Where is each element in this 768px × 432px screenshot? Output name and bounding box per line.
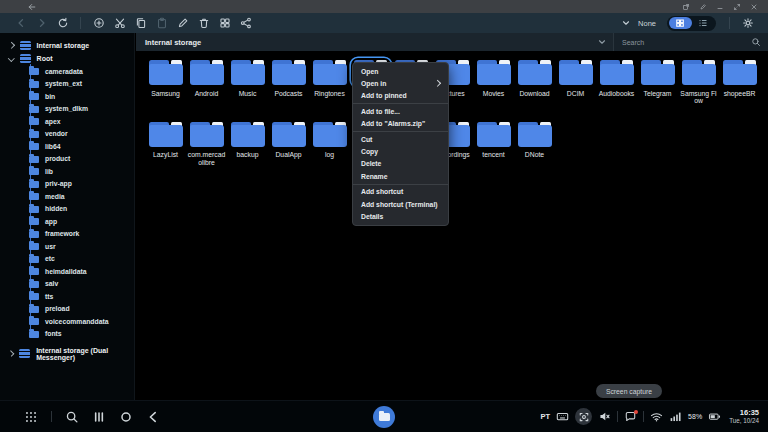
nav-forward-icon[interactable] [36,17,48,29]
my-files-app-icon[interactable] [373,406,395,428]
folder-tile[interactable]: DCIM [555,58,596,105]
sidebar-folder-item[interactable]: priv-app [0,178,134,191]
sidebar-folder-item[interactable]: etc [0,253,134,266]
sidebar-folder-item[interactable]: lib64 [0,140,134,153]
folder-tile[interactable]: log [309,120,350,167]
folder-tile[interactable]: DualApp [268,120,309,167]
sidebar-folder-item[interactable]: apex [0,115,134,128]
folder-tile[interactable]: Samsung [145,58,186,105]
sidebar-item[interactable]: Root [0,52,134,65]
back-icon[interactable] [146,410,160,424]
pen-window-icon[interactable] [699,3,707,11]
context-menu-item[interactable]: Copy [353,145,448,157]
sidebar-folder-item[interactable]: preload [0,303,134,316]
view-list-button[interactable] [692,17,715,29]
folder-tile[interactable]: LazyList [145,120,186,167]
refresh-icon[interactable] [57,17,69,29]
search-icon[interactable] [65,410,79,424]
path-chevron-icon[interactable] [597,37,607,47]
notifications-button[interactable] [624,410,637,423]
maximize-icon[interactable] [733,3,741,11]
folder-tile[interactable]: Samsung Flow [678,58,719,105]
folder-tile[interactable]: Telegram [637,58,678,105]
sidebar-item[interactable]: Internal storage [0,39,134,52]
sidebar-folder-item[interactable]: vendor [0,128,134,141]
screen-capture-button[interactable] [575,408,592,425]
sidebar-item[interactable]: Internal storage (Dual Messenger) [0,347,134,360]
keyboard-icon[interactable] [556,410,569,423]
share-icon[interactable] [240,17,252,29]
search-icon[interactable] [751,37,761,47]
sidebar-folder-item[interactable]: system_ext [0,78,134,91]
sidebar-folder-item[interactable]: tts [0,290,134,303]
context-menu-item[interactable]: Cut [353,133,448,145]
recents-icon[interactable] [92,410,106,424]
nav-back-icon[interactable] [15,17,27,29]
wifi-icon[interactable] [650,410,663,423]
folder-tile[interactable]: Android [186,58,227,105]
folder-tile[interactable]: Ringtones [309,58,350,105]
folder-tile[interactable]: tencent [473,120,514,167]
context-menu-item[interactable]: Details [353,210,448,222]
sidebar-folder-item[interactable]: lib [0,165,134,178]
sidebar-folder-item[interactable]: product [0,153,134,166]
context-menu-item[interactable]: Open in [353,77,448,89]
context-menu-item[interactable]: Open [353,65,448,77]
context-menu-item[interactable]: Add to file... [353,105,448,117]
home-icon[interactable] [119,410,133,424]
sidebar-folder-item[interactable]: hidden [0,203,134,216]
context-menu-item[interactable]: Add to "Alarms.zip" [353,118,448,130]
paste-icon[interactable] [156,17,168,29]
sidebar-folder-item[interactable]: salv [0,278,134,291]
folder-tile[interactable]: Podcasts [268,58,309,105]
folder-tile[interactable]: com.mercadolibre [186,120,227,167]
context-menu-item[interactable]: Add shortcut (Terminal) [353,198,448,210]
folder-tile[interactable]: backup [227,120,268,167]
new-item-icon[interactable] [93,17,105,29]
folder-tile[interactable]: Audiobooks [596,58,637,105]
popup-window-icon[interactable] [682,3,690,11]
signal-icon[interactable] [669,410,682,423]
folder-tile[interactable]: Movies [473,58,514,105]
path-location[interactable]: Internal storage [136,38,201,47]
minimize-icon[interactable] [716,3,724,11]
sidebar-folder-item[interactable]: voicecommanddata [0,315,134,328]
context-menu-item[interactable]: Rename [353,170,448,182]
sidebar-folder-item[interactable]: bin [0,90,134,103]
filter-label[interactable]: None [638,19,656,28]
view-grid-button[interactable] [669,17,692,29]
clock[interactable]: 16:35 Tue, 10/24 [729,409,759,425]
folder-tile[interactable]: DNote [514,120,555,167]
sidebar-folder-item[interactable]: heimdalldata [0,265,134,278]
sort-chevron-icon[interactable] [621,18,631,28]
settings-gear-icon[interactable] [742,17,754,29]
folder-tile[interactable]: Music [227,58,268,105]
context-menu-item[interactable]: Delete [353,158,448,170]
apps-grid-icon[interactable] [24,410,38,424]
sidebar-folder-item[interactable]: fonts [0,328,134,341]
rename-icon[interactable] [177,17,189,29]
chevron-right-icon[interactable] [8,350,14,356]
folder-tile[interactable]: Download [514,58,555,105]
sidebar-folder-item[interactable]: usr [0,240,134,253]
sidebar-folder-item[interactable]: cameradata [0,65,134,78]
volume-mute-icon[interactable] [598,410,611,423]
sidebar-folder-item[interactable]: media [0,190,134,203]
sidebar-folder-item[interactable]: framework [0,228,134,241]
battery-icon[interactable] [708,410,721,423]
copy-icon[interactable] [135,17,147,29]
chevron-down-icon[interactable] [8,55,14,61]
context-menu-item[interactable]: Add shortcut [353,186,448,198]
language-indicator[interactable]: PT [541,412,551,421]
manage-icon[interactable] [219,17,231,29]
folder-tile[interactable]: shopeeBR [719,58,760,105]
sidebar-folder-item[interactable]: app [0,215,134,228]
cut-icon[interactable] [114,17,126,29]
sidebar-folder-item[interactable]: system_dlkm [0,103,134,116]
context-menu-item[interactable]: Add to pinned [353,90,448,102]
chevron-right-icon[interactable] [8,42,14,48]
delete-icon[interactable] [198,17,210,29]
close-icon[interactable] [750,3,758,11]
back-arrow-icon[interactable] [27,2,37,12]
search-input[interactable] [614,39,751,46]
